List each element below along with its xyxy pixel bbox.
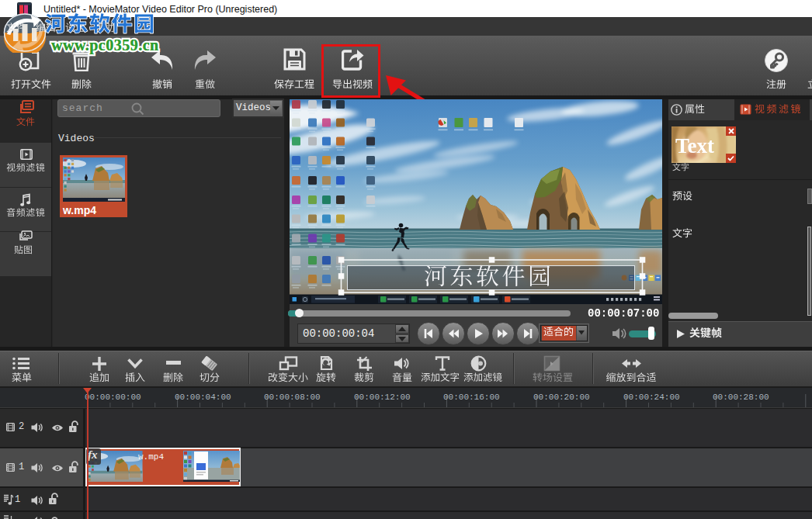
svg-text:Text: Text	[675, 134, 714, 157]
